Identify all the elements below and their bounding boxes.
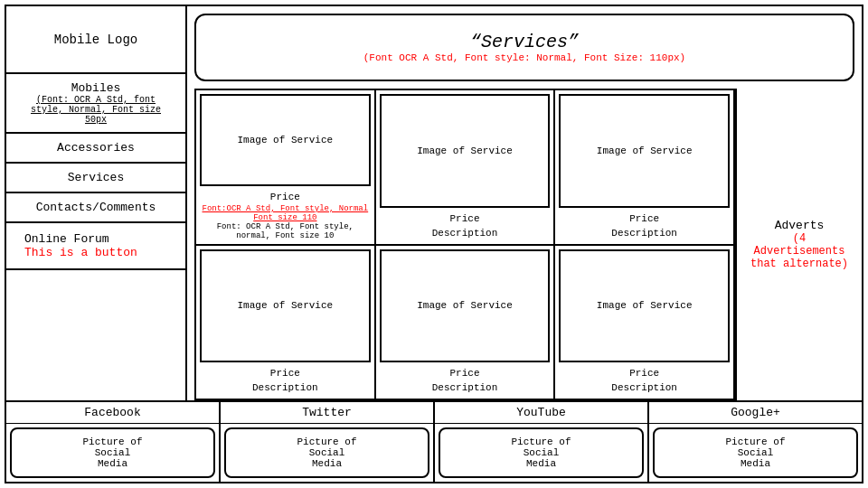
social-section-facebook: Facebook Picture ofSocialMedia <box>6 402 221 482</box>
social-image-twitter: Picture ofSocialMedia <box>224 427 429 478</box>
product-desc-2-3: Description <box>559 382 730 393</box>
product-col-1-1: Image of Service Price Font:OCR A Std, F… <box>196 90 376 244</box>
contacts-label: Contacts/Comments <box>36 201 156 214</box>
mobiles-sublabel: (Font: OCR A Std, font style, Normal, Fo… <box>17 95 175 125</box>
sidebar-item-online-forum[interactable]: Online Forum This is a button <box>6 223 185 270</box>
product-col-2-2: Image of Service Price Description <box>376 246 556 399</box>
product-image-2-1: Image of Service <box>200 249 371 363</box>
sidebar-item-mobiles[interactable]: Mobiles (Font: OCR A Std, font style, No… <box>6 74 185 134</box>
social-section-googleplus: Google+ Picture ofSocialMedia <box>649 402 862 482</box>
product-desc-1-3: Description <box>559 228 730 239</box>
social-label-youtube: YouTube <box>435 402 647 424</box>
sidebar-nav: Mobiles (Font: OCR A Std, font style, No… <box>6 74 185 400</box>
content-area: “Services” (Font OCR A Std, Font style: … <box>187 6 862 400</box>
product-col-1-3: Image of Service Price Description <box>555 90 733 244</box>
social-image-facebook: Picture ofSocialMedia <box>10 427 215 478</box>
product-price-1-2: Price <box>380 213 551 224</box>
main-area: Mobile Logo Mobiles (Font: OCR A Std, fo… <box>6 6 862 400</box>
products-grid: Image of Service Price Font:OCR A Std, F… <box>194 89 735 400</box>
mobile-logo-label: Mobile Logo <box>54 33 137 47</box>
grid-row-2: Image of Service Price Description Image… <box>196 246 733 399</box>
social-label-twitter: Twitter <box>221 402 433 424</box>
product-desc-2-2: Description <box>380 382 551 393</box>
product-price-2-1: Price <box>200 368 371 379</box>
font-note-price-1: Font:OCR A Std, Font style, Normal <box>200 204 371 213</box>
product-col-2-1: Image of Service Price Description <box>196 246 376 399</box>
adverts-panel: Adverts (4 Advertisements that alternate… <box>735 89 862 400</box>
product-col-2-3: Image of Service Price Description <box>555 246 733 399</box>
mobiles-label: Mobiles <box>71 81 121 95</box>
online-forum-button[interactable]: This is a button <box>24 246 137 259</box>
font-note-price-2: Font size 110 <box>200 213 371 222</box>
product-price-2-3: Price <box>559 368 730 379</box>
header-banner: “Services” (Font OCR A Std, Font style: … <box>194 14 854 81</box>
product-image-1-2: Image of Service <box>380 94 551 208</box>
product-price-1-3: Price <box>559 213 730 224</box>
sidebar-item-contacts[interactable]: Contacts/Comments <box>6 193 185 223</box>
product-image-1-1: Image of Service <box>200 94 371 186</box>
adverts-sublabel: (4 Advertisements that alternate) <box>746 232 853 270</box>
sidebar-item-services[interactable]: Services <box>6 164 185 193</box>
services-label: Services <box>68 171 124 184</box>
grid-row-1: Image of Service Price Font:OCR A Std, F… <box>196 90 733 246</box>
product-image-2-3: Image of Service <box>559 249 730 363</box>
product-price-2-2: Price <box>380 368 551 379</box>
social-bar: Facebook Picture ofSocialMedia Twitter P… <box>6 400 862 482</box>
font-note-desc: Font: OCR A Std, Font style, normal, Fon… <box>200 222 371 240</box>
product-col-1-2: Image of Service Price Description <box>376 90 556 244</box>
accessories-label: Accessories <box>57 141 135 155</box>
header-subtitle: (Font OCR A Std, Font style: Normal, Fon… <box>363 52 685 63</box>
sidebar-logo: Mobile Logo <box>6 6 185 74</box>
product-image-1-3: Image of Service <box>559 94 730 208</box>
content-main: Image of Service Price Font:OCR A Std, F… <box>187 89 862 400</box>
product-image-2-2: Image of Service <box>380 249 551 363</box>
social-image-youtube: Picture ofSocialMedia <box>439 427 644 478</box>
outer-container: Mobile Logo Mobiles (Font: OCR A Std, fo… <box>5 5 863 483</box>
online-forum-label: Online Forum <box>24 232 109 246</box>
header-title: “Services” <box>470 32 579 52</box>
social-image-googleplus: Picture ofSocialMedia <box>653 427 858 478</box>
product-desc-2-1: Description <box>200 382 371 393</box>
sidebar: Mobile Logo Mobiles (Font: OCR A Std, fo… <box>6 6 187 400</box>
sidebar-item-accessories[interactable]: Accessories <box>6 134 185 164</box>
social-section-youtube: YouTube Picture ofSocialMedia <box>435 402 649 482</box>
product-price-1-1: Price <box>200 192 371 202</box>
social-label-facebook: Facebook <box>6 402 219 424</box>
product-desc-1-2: Description <box>380 228 551 239</box>
social-section-twitter: Twitter Picture ofSocialMedia <box>221 402 435 482</box>
social-label-googleplus: Google+ <box>649 402 862 424</box>
adverts-label: Adverts <box>775 219 825 232</box>
price-label-1-1: Price <box>270 192 300 202</box>
